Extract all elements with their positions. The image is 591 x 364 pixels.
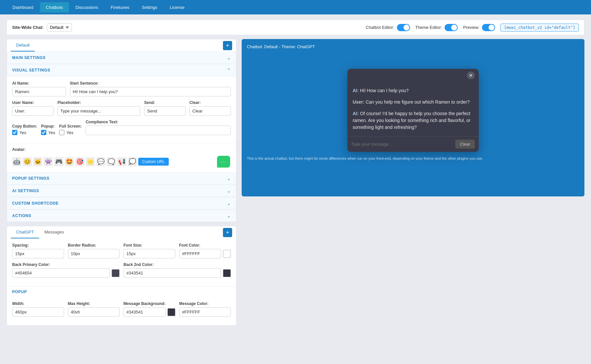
chatbot-editor-toggle[interactable] [397, 24, 410, 31]
message-background-wrapper [123, 307, 175, 317]
avatar-option-4[interactable]: 👾 [44, 157, 53, 166]
main-settings-header[interactable]: MAIN SETTINGS ⌄ [7, 51, 236, 64]
ai-settings-header[interactable]: AI SETTINGS ⌄ [7, 185, 236, 197]
copy-button-checkbox[interactable] [12, 130, 17, 135]
messages-tab[interactable]: Messages [39, 226, 69, 238]
user-name-input[interactable] [12, 106, 54, 116]
avatar-option-12[interactable]: 💭 [128, 157, 137, 166]
chatbot-clear-button[interactable]: Clear [455, 140, 475, 149]
popup-checkbox[interactable] [41, 130, 46, 135]
copy-button-text: Yes [19, 130, 26, 135]
nav-tab-license[interactable]: License [164, 2, 190, 12]
nav-tab-dashboard[interactable]: Dashboard [7, 2, 39, 12]
nav-tab-chatbots[interactable]: Chatbots [40, 2, 69, 12]
shortcode-display[interactable]: [mwai_chatbot_v2 id="default"] [500, 24, 579, 31]
avatar-option-2[interactable]: 😊 [23, 157, 32, 166]
visual-settings-header[interactable]: VISUAL SETTINGS ⌃ [7, 64, 236, 76]
nav-tab-finetunes[interactable]: Finetunes [105, 2, 135, 12]
main-chatbot-panel: Default + MAIN SETTINGS ⌄ VISUAL SETTING… [7, 39, 236, 222]
send-input[interactable] [144, 106, 186, 116]
ai-settings-title: AI SETTINGS [12, 189, 39, 193]
message-color-group: Message Color: [179, 301, 231, 317]
two-column-layout: Default + MAIN SETTINGS ⌄ VISUAL SETTING… [7, 39, 584, 326]
add-theme-button[interactable]: + [223, 228, 232, 237]
popup-settings-title: POPUP SETTINGS [12, 176, 50, 181]
actions-title: ACTIONS [12, 213, 31, 218]
font-color-group: Font Color: [179, 243, 231, 258]
border-radius-input[interactable] [68, 249, 120, 258]
panel-tabs: Default [11, 39, 35, 51]
avatar-option-3[interactable]: 🐱 [33, 157, 42, 166]
clear-input[interactable] [189, 106, 231, 116]
back-primary-swatch[interactable] [112, 269, 120, 277]
left-column: Default + MAIN SETTINGS ⌄ VISUAL SETTING… [7, 39, 236, 326]
theme-editor-label: Theme Editor: [415, 25, 442, 30]
user-name-row: User Name: Placeholder: Send: Clear [12, 100, 231, 116]
custom-url-button[interactable]: Custom URL [138, 158, 169, 166]
site-wide-chat-select[interactable]: Default [47, 23, 72, 31]
chat-message-2: User: Can you help me figure out which R… [353, 99, 473, 106]
chatgpt-tab[interactable]: ChatGPT [11, 226, 39, 238]
full-screen-label: Full Screen: [59, 124, 82, 129]
top-bar-left: Site-Wide Chat: Default [12, 23, 72, 31]
avatar-option-6[interactable]: 🤩 [65, 157, 74, 166]
avatar-option-5[interactable]: 🎮 [54, 157, 63, 166]
avatar-option-9[interactable]: 💬 [96, 157, 105, 166]
popup-checkbox-group: Yes [41, 130, 55, 135]
popup-settings-header[interactable]: POPUP SETTINGS ⌄ [7, 172, 236, 185]
chatbot-input-area: Clear [347, 136, 479, 152]
font-color-input[interactable] [179, 249, 221, 258]
popup-settings-chevron-icon: ⌄ [227, 176, 231, 181]
visual-settings-form: AI Name: Start Sentence: User Name: [7, 76, 236, 144]
max-height-label: Max Height: [68, 301, 120, 306]
start-sentence-group: Start Sentence: [70, 81, 231, 96]
actions-header[interactable]: ACTIONS ⌄ [7, 210, 236, 222]
preview-toggle[interactable] [482, 24, 495, 31]
avatar-option-1[interactable]: 🤖 [12, 157, 21, 166]
back-primary-input[interactable] [12, 268, 110, 278]
chatbot-close-button[interactable]: ✕ [467, 71, 475, 79]
clear-group: Clear: [189, 100, 231, 116]
custom-shortcode-header[interactable]: CUSTOM SHORTCODE ⌄ [7, 197, 236, 210]
max-height-input[interactable] [68, 307, 120, 317]
avatar-option-10[interactable]: 🗨️ [107, 157, 116, 166]
font-size-input[interactable] [123, 249, 175, 258]
clear-label: Clear: [189, 100, 231, 105]
font-color-wrapper [179, 249, 231, 258]
ai-name-input[interactable] [12, 87, 66, 96]
width-input[interactable] [12, 307, 64, 317]
default-tab[interactable]: Default [11, 39, 35, 51]
max-height-group: Max Height: [68, 301, 120, 317]
back-2nd-input[interactable] [123, 268, 221, 278]
border-radius-group: Border Radius: [68, 243, 120, 258]
nav-tab-discussions[interactable]: Discussions [70, 2, 104, 12]
message-background-swatch[interactable] [167, 308, 175, 316]
avatar-option-11[interactable]: 📢 [117, 157, 126, 166]
theme-editor-toggle[interactable] [445, 24, 458, 31]
theme-row-2: Back Primary Color: Back 2nd Color: [12, 262, 231, 278]
spacing-input[interactable] [12, 249, 64, 258]
avatar-option-7[interactable]: 🎯 [75, 157, 84, 166]
start-sentence-input[interactable] [70, 87, 231, 96]
popup-group: Popup: Yes [41, 124, 55, 135]
ai-text-1: Hi! How can I help you? [360, 88, 409, 93]
chatbot-message-input[interactable] [351, 142, 453, 147]
message-background-input[interactable] [123, 307, 165, 317]
font-color-swatch[interactable] [223, 250, 231, 258]
full-screen-checkbox[interactable] [59, 130, 64, 135]
placeholder-input[interactable] [57, 106, 140, 116]
chatbot-editor-label: Chatbot Editor: [366, 25, 394, 30]
add-chatbot-button[interactable]: + [223, 41, 232, 50]
avatar-option-8[interactable]: 🌟 [86, 157, 95, 166]
copy-button-checkbox-group: Yes [12, 130, 37, 135]
message-color-input[interactable] [179, 307, 231, 317]
user-name-group: User Name: [12, 100, 54, 116]
preview-label: Preview: [463, 25, 479, 30]
top-bar: Site-Wide Chat: Default Chatbot Editor: … [7, 20, 584, 35]
theme-row-1: Spacing: Border Radius: Font Size: [12, 243, 231, 258]
copy-button-row: Copy Button: Yes Popup: Yes [12, 120, 231, 135]
popup-text: Yes [48, 130, 55, 135]
compliance-text-input[interactable] [86, 126, 231, 135]
back-2nd-swatch[interactable] [223, 269, 231, 277]
nav-tab-settings[interactable]: Settings [136, 2, 163, 12]
